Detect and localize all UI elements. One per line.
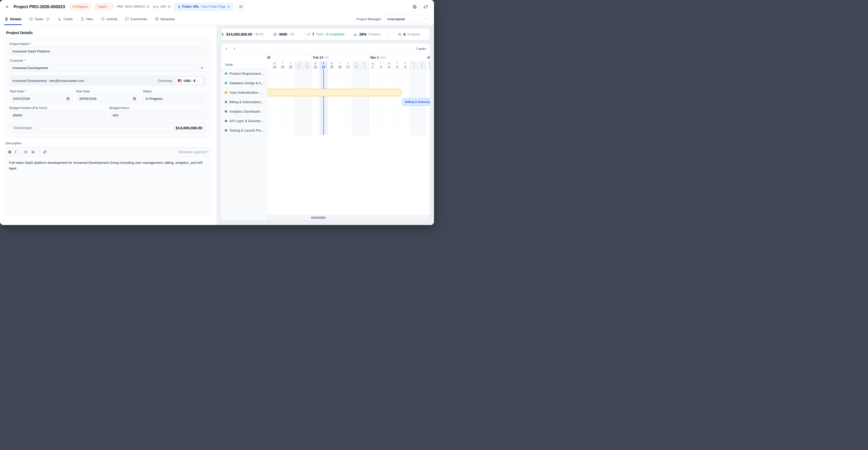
- stat-sub: Assigned: [407, 32, 420, 36]
- gantt-day-cell[interactable]: F 20: [287, 61, 295, 68]
- gantt-task-row[interactable]: Billing & Subscription M…: [221, 97, 267, 107]
- tab[interactable]: Cards: [58, 13, 73, 25]
- task-status-dot: [225, 101, 227, 103]
- gantt-task-row[interactable]: Database Design & API …: [221, 78, 267, 88]
- project-code: PRO-2026-000023: [117, 5, 150, 8]
- gantt-task-row[interactable]: Testing & Launch Prepa…: [221, 126, 267, 135]
- gantt-day-cell[interactable]: T 26: [336, 61, 344, 68]
- gantt-bar[interactable]: [267, 89, 401, 96]
- tab-icon: [101, 17, 105, 21]
- gantt-day-cell[interactable]: M 2: [369, 61, 377, 68]
- gantt-day-cell[interactable]: S 1: [360, 61, 369, 68]
- budget-hours-field[interactable]: 400: [110, 111, 206, 119]
- chevron-left-icon[interactable]: [225, 47, 228, 50]
- tab-label: Cards: [64, 17, 73, 21]
- tab[interactable]: Files: [80, 13, 94, 25]
- link-icon[interactable]: [43, 150, 46, 154]
- stat-extra: (2 completed): [326, 32, 344, 36]
- tab[interactable]: Metadata: [154, 13, 176, 25]
- budget-hours-label: Budget Hours: [110, 106, 206, 110]
- add-customer-button[interactable]: [198, 64, 206, 72]
- gantt-day-cell[interactable]: F 27: [344, 61, 352, 68]
- project-slug: pro_d05: [153, 5, 171, 8]
- gantt-day-row: W 18 T 19 F 20 S 21: [267, 61, 430, 68]
- chevron-down-icon: [108, 5, 111, 8]
- refresh-button[interactable]: [421, 2, 430, 11]
- customer-info-box: Ironwood Development - dev@ironwooddev.c…: [9, 76, 206, 86]
- history-button[interactable]: [237, 3, 245, 11]
- stat-icon: [354, 32, 358, 36]
- customer-field[interactable]: Ironwood Development: [9, 64, 196, 72]
- stat-item: 29% Progress: [346, 29, 388, 40]
- editor-toolbar: B I Markdown supported: [5, 147, 210, 157]
- gantt-day-cell[interactable]: S 28: [352, 61, 360, 68]
- tab-icon: [58, 17, 62, 21]
- gantt-week-label: Mar 2W10: [370, 56, 386, 59]
- calendar-icon[interactable]: [66, 97, 69, 100]
- copy-icon[interactable]: [146, 5, 150, 8]
- copy-icon[interactable]: [227, 5, 230, 8]
- tab[interactable]: Comments: [125, 13, 148, 25]
- gantt-day-cell[interactable]: M 9: [426, 61, 430, 68]
- priority-badge[interactable]: Urgent: [95, 4, 114, 10]
- status-select[interactable]: In Progress: [143, 95, 206, 103]
- description-textarea[interactable]: Full-stack SaaS platform development for…: [5, 157, 210, 215]
- gantt-header: TASK W8Feb 23W9Mar 2W10Mar 9W11 W 18 T 1…: [221, 54, 430, 69]
- gantt-day-cell[interactable]: W 18: [270, 61, 279, 68]
- stat-sub: Tasks: [316, 32, 324, 36]
- customer-info-text: Ironwood Development - dev@ironwooddev.c…: [12, 79, 84, 83]
- details-panel: Project Details Project Name * Ironwood …: [0, 25, 217, 225]
- gantt-day-cell[interactable]: S 22: [303, 61, 311, 68]
- project-manager-select[interactable]: Unassigned: [384, 15, 430, 23]
- tab[interactable]: Activity: [100, 13, 118, 25]
- gantt-task-row[interactable]: User Authentication & A…: [221, 88, 267, 97]
- gantt-task-list: Product Requirements … Database Design &…: [221, 69, 267, 215]
- scrollbar-thumb[interactable]: [311, 217, 326, 219]
- public-url-label: Public URL: [182, 5, 199, 8]
- gantt-day-cell[interactable]: M 23: [311, 61, 319, 68]
- gantt-task-row[interactable]: API Layer & Documenta…: [221, 116, 267, 126]
- header: Project PRO-2026-000023 In Progress Urge…: [0, 0, 434, 13]
- gantt-day-cell[interactable]: T 3: [377, 61, 385, 68]
- us-flag-icon: [178, 79, 182, 82]
- section-title: Project Details: [6, 30, 210, 35]
- start-date-field[interactable]: 10/01/2026: [9, 95, 73, 103]
- scrollbar-track[interactable]: [267, 215, 430, 220]
- numbered-list-icon[interactable]: [31, 150, 35, 154]
- tab[interactable]: Tasks 7: [29, 13, 51, 25]
- gantt-day-cell[interactable]: S 21: [295, 61, 303, 68]
- gantt-day-cell[interactable]: T 5: [393, 61, 401, 68]
- tab[interactable]: Details: [4, 13, 22, 25]
- gantt-bar[interactable]: Billing & Subscription M: [402, 98, 430, 106]
- description-editor: B I Markdown supported Full-stack SaaS p…: [5, 147, 210, 215]
- tab-count-badge: 7: [45, 17, 51, 21]
- gantt-day-cell[interactable]: F 6: [401, 61, 409, 68]
- description-label: Description: [6, 142, 210, 145]
- currency-select[interactable]: USD - $: [175, 77, 203, 84]
- gantt-day-cell[interactable]: S 8: [417, 61, 426, 68]
- tab-label: Files: [86, 17, 93, 21]
- view-public-page-link[interactable]: View Public Page: [201, 5, 225, 8]
- calendar-icon[interactable]: [133, 97, 136, 100]
- gantt-day-cell[interactable]: W 4: [385, 61, 393, 68]
- public-url-button[interactable]: Public URL View Public Page: [175, 3, 234, 11]
- gantt-day-cell[interactable]: S 7: [409, 61, 417, 68]
- gantt-day-cell[interactable]: T 24: [319, 61, 328, 68]
- gantt-day-cell[interactable]: W 25: [328, 61, 336, 68]
- project-name-field[interactable]: Ironwood SaaS Platform: [9, 47, 206, 55]
- chevron-right-icon[interactable]: [233, 47, 236, 50]
- close-icon[interactable]: [4, 4, 10, 10]
- bullet-list-icon[interactable]: [24, 150, 28, 154]
- task-status-dot: [225, 82, 227, 84]
- gantt-day-cell[interactable]: T 19: [279, 61, 287, 68]
- budget-amount-field[interactable]: 35000: [9, 111, 106, 119]
- italic-icon[interactable]: I: [15, 150, 16, 154]
- customer-label: Customer *: [9, 59, 206, 62]
- chevron-down-icon: [200, 97, 203, 100]
- bold-icon[interactable]: B: [8, 150, 11, 154]
- due-date-field[interactable]: 30/06/2026: [76, 95, 140, 103]
- copy-icon[interactable]: [167, 5, 171, 8]
- gantt-task-row[interactable]: Analytics Dashboard: [221, 107, 267, 116]
- gantt-task-row[interactable]: Product Requirements …: [221, 69, 267, 78]
- save-button[interactable]: [410, 2, 419, 11]
